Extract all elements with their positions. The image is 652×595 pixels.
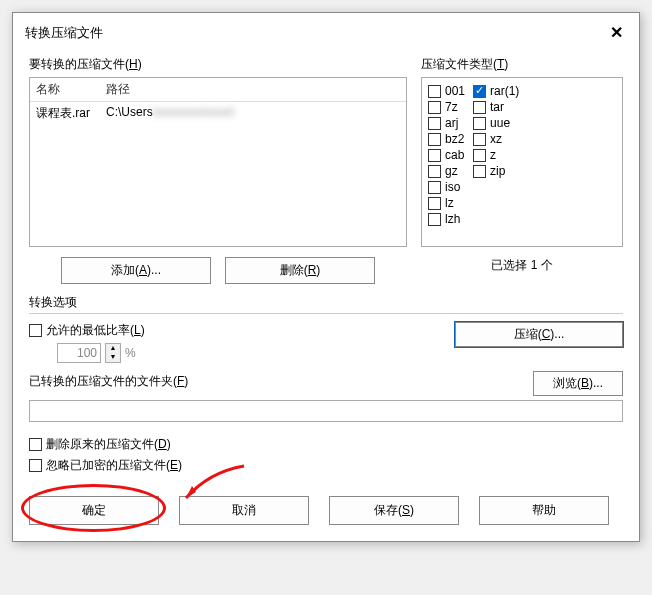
type-checkbox-tar[interactable]: tar <box>473 100 519 114</box>
type-label: uue <box>490 116 510 130</box>
types-label: 压缩文件类型(T) <box>421 56 623 73</box>
ratio-spinner: ▲ ▼ % <box>57 343 145 363</box>
ratio-input[interactable] <box>57 343 101 363</box>
type-col-1: 0017zarjbz2cabgzisolzlzh <box>428 84 465 240</box>
types-panel: 压缩文件类型(T) 0017zarjbz2cabgzisolzlzh rar(1… <box>421 56 623 284</box>
type-label: z <box>490 148 496 162</box>
file-row[interactable]: 课程表.rar C:\Users\xxxxxxxx\xxxx\ <box>30 102 406 125</box>
cancel-button[interactable]: 取消 <box>179 496 309 525</box>
checkbox-icon <box>473 101 486 114</box>
delete-original-checkbox[interactable]: 删除原来的压缩文件(D) <box>29 436 623 453</box>
options-row-1: 允许的最低比率(L) ▲ ▼ % 压缩(C)... <box>29 322 623 363</box>
type-checkbox-iso[interactable]: iso <box>428 180 465 194</box>
top-row: 要转换的压缩文件(H) 名称 路径 课程表.rar C:\Users\xxxxx… <box>29 56 623 284</box>
checkbox-icon <box>473 165 486 178</box>
type-label: gz <box>445 164 458 178</box>
spinner-up-icon[interactable]: ▲ <box>106 344 120 353</box>
add-button[interactable]: 添加(A)... <box>61 257 211 284</box>
file-list[interactable]: 名称 路径 课程表.rar C:\Users\xxxxxxxx\xxxx\ <box>29 77 407 247</box>
options-section-label: 转换选项 <box>29 294 623 311</box>
file-name: 课程表.rar <box>36 105 106 122</box>
type-label: 7z <box>445 100 458 114</box>
type-checkbox-cab[interactable]: cab <box>428 148 465 162</box>
type-label: lzh <box>445 212 460 226</box>
checkbox-icon <box>428 101 441 114</box>
type-label: tar <box>490 100 504 114</box>
save-button[interactable]: 保存(S) <box>329 496 459 525</box>
browse-button[interactable]: 浏览(B)... <box>533 371 623 396</box>
dialog-title: 转换压缩文件 <box>25 24 103 42</box>
titlebar: 转换压缩文件 ✕ <box>13 13 639 52</box>
remove-button[interactable]: 删除(R) <box>225 257 375 284</box>
folder-row: 已转换的压缩文件的文件夹(F) 浏览(B)... <box>29 371 623 396</box>
checkbox-icon <box>428 181 441 194</box>
checkbox-icon <box>428 165 441 178</box>
checkbox-icon <box>428 149 441 162</box>
file-path: C:\Users\xxxxxxxx\xxxx\ <box>106 105 400 122</box>
type-label: cab <box>445 148 464 162</box>
type-checkbox-zip[interactable]: zip <box>473 164 519 178</box>
extra-checks: 删除原来的压缩文件(D) 忽略已加密的压缩文件(E) <box>29 436 623 474</box>
type-label: xz <box>490 132 502 146</box>
col-path-header[interactable]: 路径 <box>106 81 400 98</box>
file-list-header: 名称 路径 <box>30 78 406 102</box>
type-label: 001 <box>445 84 465 98</box>
checkbox-icon <box>428 213 441 226</box>
checkbox-icon <box>473 85 486 98</box>
type-checkbox-7z[interactable]: 7z <box>428 100 465 114</box>
type-checkbox-lz[interactable]: lz <box>428 196 465 210</box>
type-checkbox-gz[interactable]: gz <box>428 164 465 178</box>
allow-ratio-block: 允许的最低比率(L) ▲ ▼ % <box>29 322 145 363</box>
type-label: arj <box>445 116 458 130</box>
files-panel: 要转换的压缩文件(H) 名称 路径 课程表.rar C:\Users\xxxxx… <box>29 56 407 284</box>
separator <box>29 313 623 314</box>
checkbox-icon <box>428 85 441 98</box>
file-buttons: 添加(A)... 删除(R) <box>29 257 407 284</box>
type-checkbox-001[interactable]: 001 <box>428 84 465 98</box>
allow-ratio-checkbox[interactable]: 允许的最低比率(L) <box>29 322 145 339</box>
convert-archive-dialog: 转换压缩文件 ✕ 要转换的压缩文件(H) 名称 路径 课程表.rar <box>12 12 640 542</box>
type-label: bz2 <box>445 132 464 146</box>
checkbox-icon <box>428 133 441 146</box>
spinner-buttons: ▲ ▼ <box>105 343 121 363</box>
type-checkbox-arj[interactable]: arj <box>428 116 465 130</box>
checkbox-icon <box>29 459 42 472</box>
checkbox-icon <box>428 197 441 210</box>
type-checkbox-bz2[interactable]: bz2 <box>428 132 465 146</box>
checkbox-icon <box>29 324 42 337</box>
type-label: rar(1) <box>490 84 519 98</box>
col-name-header[interactable]: 名称 <box>36 81 106 98</box>
help-button[interactable]: 帮助 <box>479 496 609 525</box>
type-checkbox-uue[interactable]: uue <box>473 116 519 130</box>
selected-count: 已选择 1 个 <box>421 257 623 274</box>
ok-button[interactable]: 确定 <box>29 496 159 525</box>
spinner-down-icon[interactable]: ▼ <box>106 353 120 362</box>
type-checkbox-z[interactable]: z <box>473 148 519 162</box>
folder-input[interactable] <box>29 400 623 422</box>
folder-label: 已转换的压缩文件的文件夹(F) <box>29 373 188 390</box>
percent-label: % <box>125 346 136 360</box>
checkbox-icon <box>473 149 486 162</box>
checkbox-icon <box>29 438 42 451</box>
type-label: iso <box>445 180 460 194</box>
checkbox-icon <box>473 133 486 146</box>
dialog-content: 要转换的压缩文件(H) 名称 路径 课程表.rar C:\Users\xxxxx… <box>13 52 639 541</box>
checkbox-icon <box>428 117 441 130</box>
files-label: 要转换的压缩文件(H) <box>29 56 407 73</box>
checkbox-icon <box>473 117 486 130</box>
type-checkbox-lzh[interactable]: lzh <box>428 212 465 226</box>
compress-button[interactable]: 压缩(C)... <box>455 322 623 347</box>
dialog-buttons: 确定 取消 保存(S) 帮助 <box>29 496 623 525</box>
type-list: 0017zarjbz2cabgzisolzlzh rar(1)taruuexzz… <box>421 77 623 247</box>
type-checkbox-xz[interactable]: xz <box>473 132 519 146</box>
type-col-2: rar(1)taruuexzzzip <box>473 84 519 240</box>
close-icon[interactable]: ✕ <box>602 21 631 44</box>
type-checkbox-rar1[interactable]: rar(1) <box>473 84 519 98</box>
type-label: zip <box>490 164 505 178</box>
skip-encrypted-checkbox[interactable]: 忽略已加密的压缩文件(E) <box>29 457 623 474</box>
type-label: lz <box>445 196 454 210</box>
